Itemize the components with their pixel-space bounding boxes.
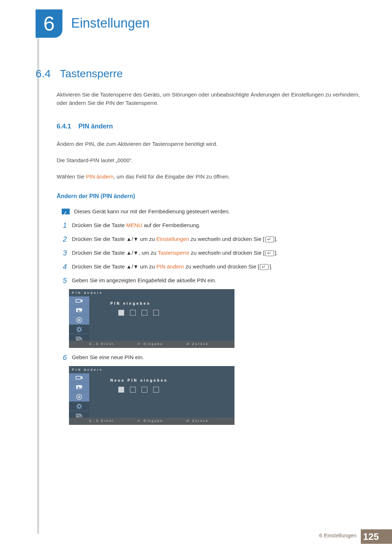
input-icon — [75, 374, 83, 381]
text: ]. — [269, 263, 272, 270]
footer-end-block — [381, 529, 392, 544]
osd-body: PIN eingeben — [89, 296, 234, 344]
osd-side-icon — [69, 392, 89, 402]
step-text: Geben Sie eine neue PIN ein. — [72, 353, 144, 361]
sound-icon — [75, 317, 83, 323]
pin-box — [142, 310, 147, 316]
osd-prompt-label: PIN eingeben — [110, 301, 234, 307]
step-2: 2 Drücken Sie die Taste ▲/▼ um zu Einste… — [57, 235, 363, 243]
note-text: Dieses Gerät kann nur mit der Fernbedien… — [74, 207, 230, 216]
osd-side-icon-active — [69, 325, 89, 334]
highlight-tastensperre: Tastensperre — [158, 250, 189, 256]
text: Drücken Sie die Taste ▲/▼ um zu — [72, 236, 156, 242]
steps-list: 1 Drücken Sie die Taste MENU auf der Fer… — [57, 221, 363, 425]
enter-icon — [265, 237, 274, 242]
pin-box — [153, 387, 159, 393]
osd-side-icon — [69, 383, 89, 392]
gear-icon — [75, 403, 83, 410]
step-text: Drücken Sie die Taste ▲/▼ um zu Einstell… — [72, 235, 278, 243]
step-number: 6 — [60, 353, 67, 362]
osd-side-icon — [69, 306, 89, 315]
osd-side-icon — [69, 373, 89, 383]
section-intro: Aktivieren Sie die Tastensperre des Gerä… — [57, 90, 363, 107]
osd-prompt-label: Neue PIN eingeben — [110, 378, 234, 383]
osd-side-icon — [69, 315, 89, 325]
osd-title: PIN ändern — [69, 366, 234, 373]
step-number: 4 — [60, 262, 67, 271]
note-row: Dieses Gerät kann nur mit der Fernbedien… — [57, 207, 363, 216]
osd-body: Neue PIN eingeben — [89, 373, 234, 420]
text: Zurück — [192, 342, 209, 346]
text: Drücken Sie die Taste ▲/▼, um zu — [72, 250, 158, 256]
gear-icon — [75, 326, 83, 333]
page-footer: 6 Einstellungen 125 — [0, 528, 392, 545]
svg-line-10 — [77, 327, 78, 328]
sub-line-2: Die Standard-PIN lautet „0000“. — [57, 156, 363, 164]
sub-line-1: Ändern der PIN, die zum Aktivieren der T… — [57, 140, 363, 148]
procedure-heading: Ändern der PIN (PIN ändern) — [57, 192, 363, 201]
pin-box — [153, 310, 159, 316]
svg-rect-30 — [76, 414, 80, 417]
page-number: 125 — [361, 529, 381, 544]
step-number: 2 — [60, 235, 67, 243]
text: Wählen Sie — [57, 173, 86, 180]
osd-footer-eingabe: ↵ Eingabe — [138, 419, 186, 424]
osd-main: PIN eingeben — [69, 296, 234, 344]
osd-pin-boxes — [118, 387, 234, 393]
svg-line-12 — [77, 331, 78, 332]
step-1: 1 Drücken Sie die Taste MENU auf der Fer… — [57, 221, 363, 230]
footer-label: 6 Einstellungen — [319, 531, 356, 542]
osd-footer-einst: 0..9 Einst. — [89, 342, 138, 347]
pin-box — [130, 387, 136, 393]
osd-side-icon-active — [69, 402, 89, 411]
osd-title: PIN ändern — [69, 289, 234, 296]
step-6: 6 Geben Sie eine neue PIN ein. — [57, 353, 363, 362]
osd-footer: 0..9 Einst. ↵ Eingabe ↺ Zurück — [69, 341, 234, 348]
subsection-number: 6.4.1 — [57, 123, 71, 130]
osd-footer: 0..9 Einst. ↵ Eingabe ↺ Zurück — [69, 418, 234, 425]
svg-line-13 — [81, 327, 81, 328]
step-number: 3 — [60, 249, 67, 257]
osd-footer-einst: 0..9 Einst. — [89, 419, 138, 424]
step-text: Geben Sie im angezeigten Eingabefeld die… — [72, 276, 216, 284]
text: Drücken Sie die Taste — [72, 222, 126, 228]
svg-point-4 — [78, 319, 80, 321]
step-text: Drücken Sie die Taste MENU auf der Fernb… — [72, 221, 200, 229]
step-5: 5 Geben Sie im angezeigten Eingabefeld d… — [57, 276, 363, 285]
svg-line-11 — [81, 331, 81, 332]
text: zu wechseln und drücken Sie [ — [189, 250, 265, 256]
pin-box — [142, 387, 147, 393]
picture-icon — [75, 384, 83, 390]
osd-footer-zuruck: ↺ Zurück — [186, 419, 234, 424]
pin-box-active — [118, 310, 124, 316]
osd-side-icon — [69, 296, 89, 306]
enter-icon — [260, 264, 269, 270]
osd-sidebar — [69, 373, 89, 420]
step-text: Drücken Sie die Taste ▲/▼ um zu PIN ände… — [72, 262, 273, 271]
chapter-number-tab: 6 — [36, 9, 62, 38]
step-4: 4 Drücken Sie die Taste ▲/▼ um zu PIN än… — [57, 262, 363, 271]
subsection-heading: 6.4.1 PIN ändern — [57, 122, 363, 132]
text: Zurück — [192, 419, 209, 423]
text: Eingabe — [144, 342, 163, 346]
svg-rect-16 — [76, 376, 81, 379]
section-title: Tastensperre — [60, 67, 123, 79]
highlight-pin-andern: PIN ändern — [86, 173, 114, 180]
osd-footer-zuruck: ↺ Zurück — [186, 342, 234, 347]
step-3: 3 Drücken Sie die Taste ▲/▼, um zu Taste… — [57, 249, 363, 257]
svg-point-5 — [78, 328, 81, 331]
text: zu wechseln und drücken Sie [ — [189, 236, 265, 242]
chapter-title: Einstellungen — [71, 13, 150, 33]
svg-line-29 — [81, 404, 81, 405]
input-icon — [75, 297, 83, 304]
section-heading: 6.4 Tastensperre — [36, 65, 363, 82]
osd-screenshot-enter-pin: PIN ändern PIN eingeben — [69, 289, 234, 348]
text: zu wechseln und drücken Sie [ — [184, 263, 260, 270]
svg-rect-0 — [76, 299, 81, 302]
highlight-menu: MENU — [126, 222, 142, 228]
svg-line-26 — [77, 404, 78, 405]
step-number: 5 — [60, 276, 67, 285]
highlight-einstellungen: Einstellungen — [156, 236, 189, 242]
enter-icon — [265, 250, 274, 256]
text: Eingabe — [144, 419, 163, 423]
